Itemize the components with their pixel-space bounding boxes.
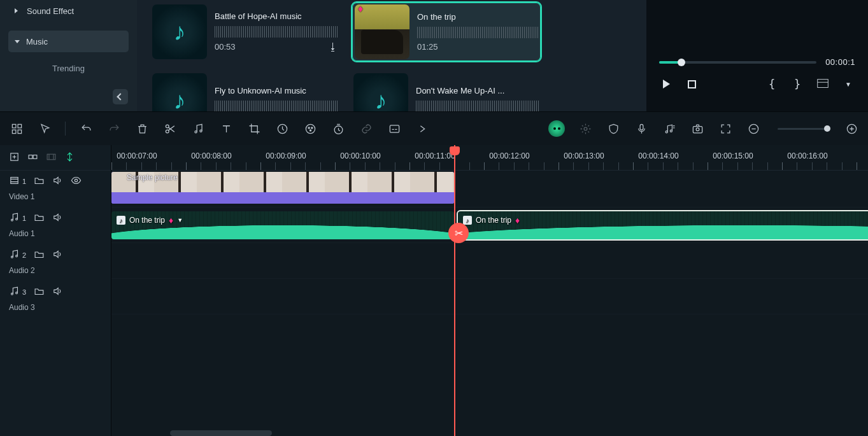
marker-button[interactable] [46,151,57,164]
snapshot-button[interactable] [690,121,705,136]
preview-pane: 00:00:1 { } ▼ [646,0,868,111]
svg-rect-2 [18,124,22,128]
pointer-tool-button[interactable] [37,121,52,136]
track-number: 1 [22,178,26,185]
svg-point-16 [584,127,587,130]
mark-out-button[interactable]: } [790,77,804,91]
delete-button[interactable] [134,121,150,136]
audio-clip[interactable]: ♪On the trip♦ [458,211,868,239]
track-area[interactable]: 00:00:07:0000:00:08:0000:00:09:0000:00:1… [111,145,868,436]
ruler-tick: 00:00:16:00 [787,151,827,160]
download-button[interactable]: ⭳ [328,41,338,53]
undo-button[interactable] [78,121,94,136]
zoom-slider[interactable] [778,128,827,130]
crop-button[interactable] [246,121,262,136]
visibility-button[interactable] [71,175,82,188]
ai-assistant-button[interactable] [548,120,565,137]
music-thumb: ♦ [355,4,409,59]
music-title: Fly to Unknown-AI music [215,86,338,95]
music-card[interactable]: Fly to Unknown-AI music [150,70,341,111]
chevron-down-icon[interactable]: ▼ [841,77,855,91]
sidebar-item-music[interactable]: Music [8,31,129,52]
more-tools-button[interactable] [415,121,430,136]
split-button[interactable] [162,121,178,136]
audio-clip[interactable]: ♪On the trip♦▼ [111,211,454,239]
svg-rect-4 [18,130,22,134]
lane-audio-2[interactable] [111,243,868,279]
speed-button[interactable] [274,121,290,136]
collapse-sidebar-button[interactable] [113,89,128,104]
mark-in-button[interactable]: { [765,77,779,91]
redo-button[interactable] [106,121,122,136]
sidebar-item-sound-effect[interactable]: Sound Effect [8,0,129,22]
mute-button[interactable] [52,212,63,225]
track-number: 1 [22,214,26,222]
audio-clip-title: On the trip [129,216,165,225]
folder-icon[interactable] [34,249,45,262]
playhead[interactable] [454,145,455,436]
mute-button[interactable] [52,249,63,262]
link-tracks-button[interactable] [27,151,38,164]
stop-icon [688,80,696,88]
caret-down-icon [15,40,20,43]
zoom-in-button[interactable] [844,121,859,136]
film-icon [9,175,20,188]
svg-point-34 [11,293,13,295]
music-note-icon: ♪ [117,216,125,225]
mute-button[interactable] [52,286,63,299]
video-clip[interactable]: Sample picture [111,172,454,204]
lane-audio-1[interactable]: ♪On the trip♦▼♪On the trip♦ [111,207,868,243]
layout-dropdown[interactable] [816,77,830,91]
mute-button[interactable] [52,175,63,188]
link-button[interactable] [359,121,374,136]
duration-button[interactable] [331,121,346,136]
svg-point-33 [16,255,18,257]
waveform-icon [417,27,538,38]
layout-grid-button[interactable] [9,121,24,136]
stop-button[interactable] [685,77,699,91]
effects-button[interactable] [578,121,593,136]
sidebar-subcategory-trending[interactable]: Trending [8,64,129,73]
folder-icon[interactable] [34,286,45,299]
preview-seek-slider[interactable] [659,61,816,64]
premium-gem-icon: ♦ [515,215,520,225]
folder-icon[interactable] [34,175,45,188]
protect-button[interactable] [606,121,621,136]
subtitle-button[interactable] [387,121,402,136]
auto-ripple-button[interactable] [64,151,75,164]
text-tool-button[interactable] [218,121,234,136]
lane-audio-3[interactable] [111,279,868,314]
chevron-left-icon [118,94,123,99]
svg-rect-3 [12,130,16,134]
music-card[interactable]: Battle of Hope-AI music00:53⭳ [150,1,341,62]
track-header-video1: 1 [0,171,111,192]
chevron-down-icon[interactable]: ▼ [177,217,183,223]
music-note-icon [9,286,20,299]
music-adjust-button[interactable] [190,121,206,136]
audio-mixer-button[interactable] [662,121,677,136]
timeline-scrollbar[interactable] [170,430,272,436]
track-headers: 1Video 11Audio 12Audio 23Audio 3 [0,145,111,436]
svg-point-29 [75,179,78,181]
music-duration: 01:25 [417,42,438,52]
svg-rect-17 [640,124,643,130]
music-card[interactable]: Don't Wake Me Up-AI ... [351,70,542,111]
track-header-audio1: 1 [0,207,111,229]
folder-icon[interactable] [34,212,45,225]
music-card[interactable]: ♦On the trip01:25 [351,1,542,62]
caret-right-icon [15,8,20,13]
voiceover-button[interactable] [634,121,649,136]
toolbar-separator [65,122,66,136]
cut-at-playhead-button[interactable]: ✂ [448,223,469,243]
add-track-button[interactable] [9,151,20,164]
zoom-out-button[interactable] [746,121,761,136]
ruler-tick: 00:00:12:00 [489,151,529,160]
fit-zoom-button[interactable] [718,121,733,136]
time-ruler[interactable]: 00:00:07:0000:00:08:0000:00:09:0000:00:1… [111,145,868,171]
play-button[interactable] [659,77,673,91]
color-button[interactable] [302,121,318,136]
music-note-icon [9,249,20,262]
lane-video-1[interactable]: Sample picture [111,171,868,207]
ruler-tick: 00:00:14:00 [638,151,678,160]
svg-point-19 [670,130,672,132]
